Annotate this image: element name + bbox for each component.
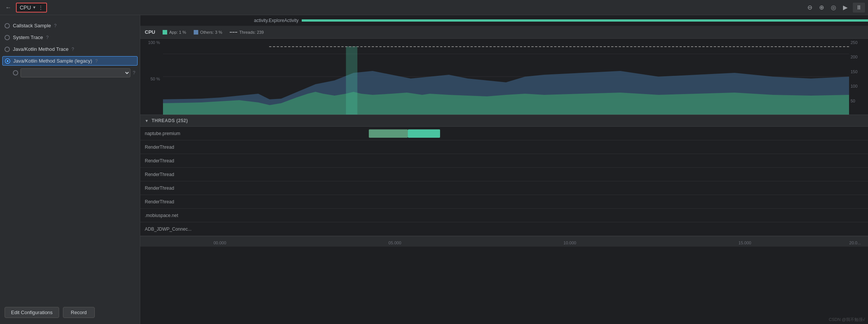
thread-row: ADB_JDWP_Connec... — [140, 222, 868, 236]
thread-name-render3: RenderThread — [140, 172, 220, 177]
help-icon-system-trace[interactable]: ? — [46, 35, 49, 40]
right-axis-200: 200 — [851, 55, 857, 59]
right-axis-50: 50 — [851, 99, 855, 103]
thread-timeline-adb — [220, 222, 868, 236]
main-content: Callstack Sample ? System Trace ? Java/K… — [0, 15, 868, 324]
toolbar-right: ⊖ ⊕ ◎ ▶ ⏸ — [806, 2, 865, 13]
right-panel: activity.ExploreActivity CPU App: 1 % Ot… — [140, 15, 868, 324]
callstack-label: Callstack Sample — [13, 23, 51, 28]
thread-block-naptube-2 — [408, 129, 440, 138]
ruler-tick-15: 15.000 — [738, 241, 751, 245]
ruler-tick-10: 10.000 — [564, 241, 577, 245]
custom-config-dropdown[interactable] — [20, 68, 130, 77]
custom-config-row: ? — [5, 68, 135, 77]
legend-threads-dash — [230, 32, 237, 33]
radio-java-kotlin-sample[interactable]: Java/Kotlin Method Sample (legacy) ? — [2, 56, 138, 66]
threads-title: THREADS (252) — [152, 118, 188, 123]
legend-app: App: 1 % — [163, 30, 186, 35]
legend-app-color — [163, 30, 167, 35]
thread-row: RenderThread — [140, 168, 868, 181]
thread-timeline-render4 — [220, 181, 868, 195]
thread-timeline-render3 — [220, 168, 868, 181]
help-icon-java-kotlin-sample[interactable]: ? — [95, 58, 98, 64]
svg-rect-3 — [346, 46, 357, 115]
thread-name-render5: RenderThread — [140, 199, 220, 204]
help-icon-custom[interactable]: ? — [133, 70, 135, 75]
pause-button[interactable]: ⏸ — [853, 3, 865, 13]
radio-system-trace[interactable]: System Trace ? — [5, 33, 135, 42]
thread-row: naptube.premium — [140, 127, 868, 140]
thread-name-render2: RenderThread — [140, 158, 220, 164]
system-trace-label: System Trace — [13, 35, 43, 40]
legend-app-label: App: 1 % — [169, 30, 186, 35]
toolbar-left: ← CPU ▼ ⋮ — [3, 3, 47, 13]
threads-expand-icon: ▼ — [145, 119, 149, 123]
cpu-chart-svg-area[interactable] — [163, 39, 849, 115]
legend-others-label: Others: 3 % — [200, 30, 222, 35]
ruler-tick-20: 20.0... — [849, 241, 861, 245]
cpu-right-axis: 250 200 150 100 50 — [849, 39, 868, 115]
thread-block-naptube-1 — [369, 129, 408, 138]
toolbar: ← CPU ▼ ⋮ ⊖ ⊕ ◎ ▶ ⏸ — [0, 0, 868, 15]
legend-others: Others: 3 % — [194, 30, 222, 35]
cpu-chart-svg — [163, 39, 849, 115]
thread-name-adb: ADB_JDWP_Connec... — [140, 226, 220, 232]
watermark: CSDN @我不勉强√ — [829, 317, 865, 322]
activity-bar: activity.ExploreActivity — [140, 15, 868, 26]
radio-circle-system-trace — [5, 35, 10, 40]
thread-row: .mobiuspace.net — [140, 209, 868, 222]
record-button[interactable]: Record — [63, 307, 95, 318]
thread-name-mobius: .mobiuspace.net — [140, 213, 220, 218]
thread-timeline-naptube — [220, 127, 868, 140]
cpu-y-axis: 100 % 50 % — [140, 39, 163, 115]
legend-others-color — [194, 30, 198, 35]
y-axis-100: 100 % — [148, 40, 160, 45]
thread-list: naptube.premium RenderThread RenderThrea… — [140, 127, 868, 236]
thread-timeline-render1 — [220, 140, 868, 154]
radio-java-kotlin-trace[interactable]: Java/Kotlin Method Trace ? — [5, 45, 135, 53]
thread-row: RenderThread — [140, 154, 868, 168]
radio-circle-custom — [13, 70, 18, 75]
right-axis-150: 150 — [851, 69, 857, 74]
activity-bar-fill — [302, 19, 868, 22]
right-axis-250: 250 — [851, 40, 857, 45]
help-icon-callstack[interactable]: ? — [54, 23, 56, 28]
edit-configurations-button[interactable]: Edit Configurations — [5, 307, 59, 318]
timeline-ruler: 00.000 05.000 10.000 15.000 20.0... — [140, 236, 868, 247]
back-button[interactable]: ← — [3, 3, 14, 12]
thread-row: RenderThread — [140, 195, 868, 209]
java-kotlin-sample-label: Java/Kotlin Method Sample (legacy) — [13, 58, 92, 64]
thread-name-render1: RenderThread — [140, 145, 220, 150]
threads-header[interactable]: ▼ THREADS (252) — [140, 115, 868, 127]
thread-timeline-mobius — [220, 209, 868, 222]
cpu-dropdown[interactable]: CPU ▼ ⋮ — [16, 3, 47, 13]
bottom-buttons: Edit Configurations Record — [5, 304, 135, 318]
legend-threads-label: Threads: 239 — [239, 30, 264, 35]
cpu-chart-title: CPU — [145, 29, 155, 35]
activity-label: activity.ExploreActivity — [254, 18, 299, 23]
settings-button[interactable]: ◎ — [829, 2, 838, 13]
ruler-tick-5: 05.000 — [389, 241, 401, 245]
thread-row: RenderThread — [140, 181, 868, 195]
more-options-icon: ⋮ — [38, 5, 43, 10]
thread-name-naptube: naptube.premium — [140, 131, 220, 136]
help-icon-java-kotlin-trace[interactable]: ? — [72, 47, 74, 52]
zoom-out-button[interactable]: ⊖ — [806, 2, 814, 13]
thread-timeline-render2 — [220, 154, 868, 167]
zoom-in-button[interactable]: ⊕ — [818, 2, 826, 13]
thread-name-render4: RenderThread — [140, 186, 220, 191]
legend-threads: Threads: 239 — [230, 30, 264, 35]
radio-circle-callstack — [5, 23, 10, 28]
chevron-down-icon: ▼ — [33, 5, 36, 9]
radio-circle-java-kotlin-sample — [5, 58, 10, 64]
play-button[interactable]: ▶ — [841, 2, 849, 13]
y-axis-50: 50 % — [150, 77, 160, 81]
cpu-dropdown-label: CPU — [20, 5, 31, 11]
cpu-chart-container: 100 % 50 % — [140, 39, 868, 115]
radio-callstack[interactable]: Callstack Sample ? — [5, 21, 135, 30]
cpu-chart-header: CPU App: 1 % Others: 3 % Threads: 239 — [140, 26, 868, 39]
ruler-tick-0: 00.000 — [213, 241, 226, 245]
thread-row: RenderThread — [140, 140, 868, 154]
left-panel: Callstack Sample ? System Trace ? Java/K… — [0, 15, 140, 324]
radio-circle-java-kotlin-trace — [5, 47, 10, 52]
